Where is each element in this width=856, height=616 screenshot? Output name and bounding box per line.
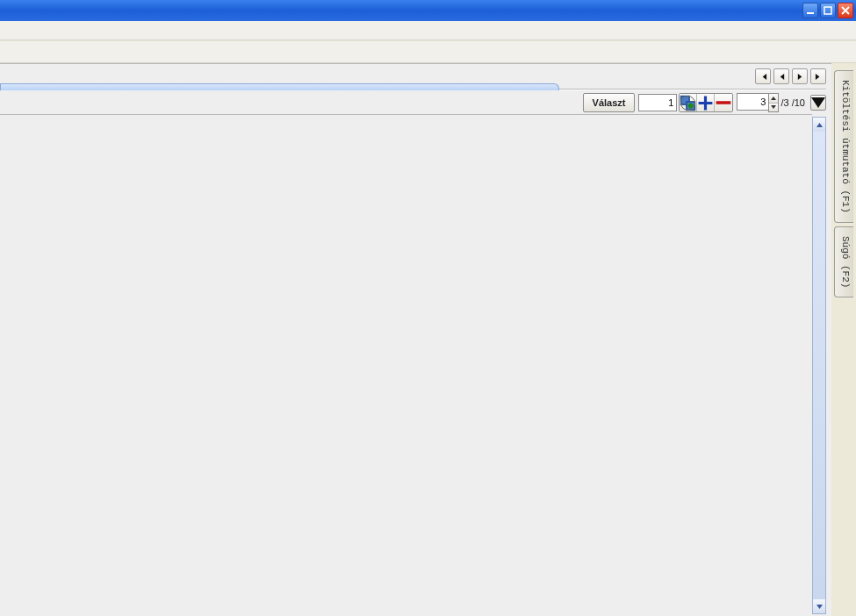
close-button[interactable] <box>838 3 853 18</box>
chevron-up-icon <box>771 97 776 100</box>
separator <box>0 114 812 115</box>
first-page-button[interactable] <box>755 68 771 84</box>
chevron-down-icon <box>771 105 776 109</box>
spinner-up-button[interactable] <box>769 94 778 104</box>
index-input[interactable] <box>638 94 677 111</box>
main-area: Választ <box>0 63 856 616</box>
next-page-button[interactable] <box>792 68 808 84</box>
controls-row: Választ <box>583 92 826 113</box>
minimize-icon <box>806 6 815 15</box>
duplicate-button[interactable] <box>680 94 697 111</box>
remove-button[interactable] <box>715 94 732 111</box>
chevron-up-icon <box>816 123 823 127</box>
record-buttons <box>679 93 733 112</box>
last-icon <box>815 73 823 81</box>
scroll-up-button[interactable] <box>813 118 825 132</box>
prev-page-button[interactable] <box>773 68 789 84</box>
dropdown-button[interactable] <box>810 95 826 111</box>
scroll-down-button[interactable] <box>813 599 825 613</box>
vertical-scrollbar[interactable] <box>812 117 826 614</box>
svg-rect-0 <box>807 12 814 14</box>
maximize-button[interactable] <box>820 3 836 18</box>
scrollbar-track[interactable] <box>813 132 825 599</box>
spinner-down-button[interactable] <box>769 104 778 112</box>
page-input[interactable] <box>737 93 768 111</box>
svg-rect-1 <box>824 7 831 14</box>
duplicate-icon <box>680 95 696 111</box>
page-spinner <box>737 93 779 112</box>
maximize-icon <box>824 6 832 15</box>
close-icon <box>841 6 850 15</box>
chevron-down-icon <box>811 97 825 108</box>
side-tabs: Kitöltési útmutató (F1) Súgó (F2) <box>831 63 856 616</box>
page-count-label: /3 /10 <box>780 97 805 108</box>
last-page-button[interactable] <box>810 68 826 84</box>
minimize-button[interactable] <box>802 3 818 18</box>
tab-header[interactable] <box>0 83 559 90</box>
help-tab[interactable]: Súgó (F2) <box>834 226 853 297</box>
menubar <box>0 21 856 40</box>
select-button[interactable]: Választ <box>583 93 636 112</box>
chevron-down-icon <box>816 605 823 609</box>
titlebar <box>0 0 856 21</box>
plus-icon <box>697 95 714 111</box>
first-icon <box>759 73 767 81</box>
toolbar-strip <box>0 40 856 63</box>
minus-icon <box>715 94 732 111</box>
prev-icon <box>778 73 786 81</box>
guide-tab[interactable]: Kitöltési útmutató (F1) <box>834 70 853 223</box>
document-area: Választ <box>0 63 831 616</box>
next-icon <box>796 73 804 81</box>
page-nav <box>755 68 826 84</box>
add-button[interactable] <box>697 94 715 111</box>
